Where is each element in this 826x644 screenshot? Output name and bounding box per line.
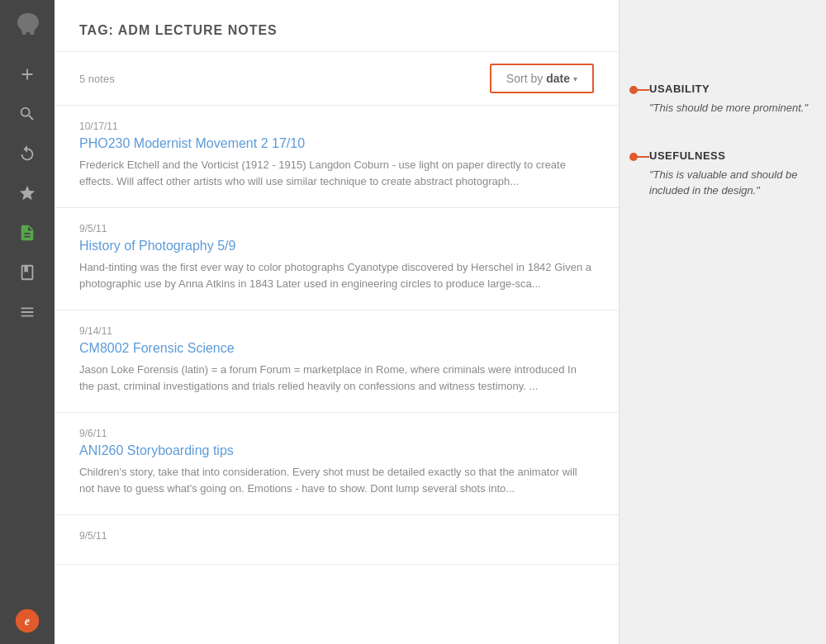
search-button[interactable] <box>12 99 42 129</box>
add-button[interactable] <box>12 59 42 89</box>
tags-button[interactable] <box>12 297 42 327</box>
annotation-text-1: "This is valuable and should be included… <box>649 167 809 199</box>
note-date-3: 9/6/11 <box>79 428 594 439</box>
toolbar: 5 notes Sort by date▾ <box>55 52 619 106</box>
starred-button[interactable] <box>12 178 42 208</box>
note-title-1[interactable]: History of Photography 5/9 <box>79 239 594 253</box>
note-date-0: 10/17/11 <box>79 121 594 132</box>
sidebar: e <box>0 0 55 644</box>
notes-list: 10/17/11 PHO230 Modernist Movement 2 17/… <box>55 106 619 644</box>
note-item-0: 10/17/11 PHO230 Modernist Movement 2 17/… <box>55 106 619 208</box>
annotation-1: USEFULNESS "This is valuable and should … <box>649 149 809 199</box>
sort-chevron-icon: ▾ <box>573 74 577 83</box>
app-logo <box>12 8 42 38</box>
annotation-text-0: "This should be more prominent." <box>649 100 809 116</box>
note-item-1: 9/5/11 History of Photography 5/9 Hand-t… <box>55 208 619 310</box>
sort-button[interactable]: Sort by date▾ <box>490 64 594 93</box>
note-date-1: 9/5/11 <box>79 223 594 234</box>
note-excerpt-1: Hand-tinting was the first ever way to c… <box>79 259 594 291</box>
shortcuts-button[interactable] <box>12 139 42 168</box>
note-title-2[interactable]: CM8002 Forensic Science <box>79 341 594 356</box>
notes-button[interactable] <box>12 218 42 248</box>
note-date-2: 9/14/11 <box>79 325 594 337</box>
sort-prefix: Sort by <box>506 72 543 85</box>
notebooks-button[interactable] <box>12 258 42 287</box>
evernote-logo-bottom: e <box>12 606 42 636</box>
main-content: TAG: ADM LECTURE NOTES 5 notes Sort by d… <box>55 0 620 644</box>
notes-count: 5 notes <box>79 73 115 85</box>
page-title: TAG: ADM LECTURE NOTES <box>79 23 594 38</box>
note-excerpt-2: Jason Loke Forensis (latin) = a forum Fo… <box>79 362 594 394</box>
note-date-4: 9/5/11 <box>79 530 594 542</box>
note-title-0[interactable]: PHO230 Modernist Movement 2 17/10 <box>79 136 594 151</box>
sidebar-bottom: e <box>12 606 42 636</box>
note-item-2: 9/14/11 CM8002 Forensic Science Jason Lo… <box>55 310 619 413</box>
annotation-heading-1: USEFULNESS <box>649 149 809 162</box>
annotation-heading-0: USABILITY <box>649 83 809 95</box>
svg-text:e: e <box>25 614 30 627</box>
annotations-container: USABILITY "This should be more prominent… <box>636 83 809 199</box>
content-header: TAG: ADM LECTURE NOTES <box>55 0 619 52</box>
note-excerpt-0: Frederick Etchell and the Vorticist (191… <box>79 157 594 189</box>
note-excerpt-3: Children's story, take that into conside… <box>79 464 594 496</box>
note-title-3[interactable]: ANI260 Storyboarding tips <box>79 443 594 458</box>
note-item-3: 9/6/11 ANI260 Storyboarding tips Childre… <box>55 413 619 515</box>
note-item-4: 9/5/11 <box>55 515 619 565</box>
annotation-0: USABILITY "This should be more prominent… <box>649 83 809 116</box>
annotation-line-1 <box>634 156 649 158</box>
annotation-line-0 <box>634 89 649 91</box>
sort-value: date <box>546 72 570 85</box>
annotation-panel: USABILITY "This should be more prominent… <box>620 0 826 644</box>
